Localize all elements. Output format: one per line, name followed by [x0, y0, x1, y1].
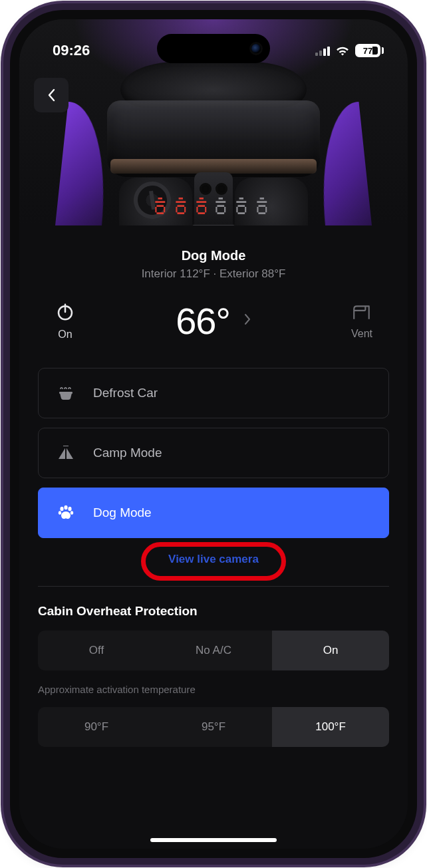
status-time: 09:26: [53, 42, 90, 59]
overheat-temp-segmented-control: 90°F 95°F 100°F: [38, 707, 389, 747]
vent-label: Vent: [351, 328, 372, 340]
overheat-temp-90[interactable]: 90°F: [38, 707, 155, 747]
chevron-left-icon: [45, 88, 57, 102]
temps-readout: Interior 112°F · Exterior 88°F: [38, 267, 389, 281]
tent-icon: [56, 446, 76, 460]
mode-option-camp[interactable]: Camp Mode: [38, 428, 389, 478]
mode-list: Defrost Car Camp Mode Dog Mode: [38, 368, 389, 538]
temp-adjust-chevron[interactable]: [243, 313, 251, 330]
svg-point-3: [60, 507, 63, 511]
power-icon: [55, 302, 75, 322]
climate-power-toggle[interactable]: On: [42, 302, 88, 341]
chevron-right-icon: [243, 313, 251, 326]
target-temperature[interactable]: 66°: [176, 299, 230, 343]
svg-rect-2: [59, 392, 72, 394]
overheat-temp-95[interactable]: 95°F: [155, 707, 272, 747]
view-live-camera-link[interactable]: View live camera: [38, 553, 389, 566]
overheat-option-on[interactable]: On: [272, 631, 389, 670]
power-label: On: [58, 329, 72, 341]
mode-option-dog[interactable]: Dog Mode: [38, 488, 389, 538]
passenger-seat-heat-icon[interactable]: ᄒᄒᄒ: [213, 199, 275, 225]
mode-option-defrost[interactable]: Defrost Car: [38, 368, 389, 418]
defrost-icon: [56, 385, 76, 401]
overheat-temp-100[interactable]: 100°F: [272, 707, 389, 747]
wifi-icon: [335, 45, 350, 56]
svg-point-6: [59, 511, 61, 515]
battery-indicator: 77: [355, 44, 384, 57]
home-indicator[interactable]: [150, 838, 277, 842]
climate-panel: Dog Mode Interior 112°F · Exterior 88°F …: [19, 225, 408, 849]
svg-point-5: [68, 507, 71, 511]
section-divider: [38, 586, 389, 587]
dynamic-island: [157, 34, 270, 63]
paw-icon: [56, 505, 76, 521]
overheat-sublabel: Approximate activation temperature: [38, 684, 389, 695]
cellular-signal-icon: [315, 45, 330, 56]
overheat-option-off[interactable]: Off: [38, 631, 155, 670]
battery-percent: 77: [363, 46, 372, 56]
vent-toggle[interactable]: Vent: [339, 303, 385, 340]
mode-label: Defrost Car: [93, 386, 158, 400]
mode-title: Dog Mode: [38, 248, 389, 263]
overheat-title: Cabin Overheat Protection: [38, 604, 389, 619]
svg-point-4: [64, 506, 67, 509]
mode-label: Dog Mode: [93, 506, 152, 520]
vent-icon: [352, 303, 372, 321]
svg-point-7: [71, 511, 73, 515]
overheat-segmented-control: Off No A/C On: [38, 631, 389, 670]
sheet-drag-handle[interactable]: [192, 225, 235, 225]
back-button[interactable]: [34, 78, 69, 112]
overheat-option-noac[interactable]: No A/C: [155, 631, 272, 670]
driver-seat-heat-icon[interactable]: ᄒᄒᄒ: [152, 199, 214, 225]
mode-label: Camp Mode: [93, 446, 162, 460]
